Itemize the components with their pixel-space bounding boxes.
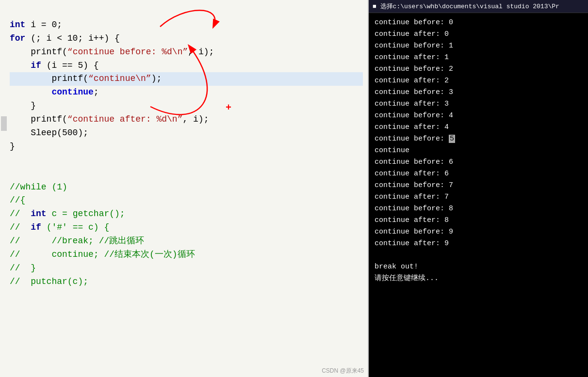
terminal-line-19: continue before: 9 bbox=[375, 226, 582, 238]
terminal-line-13: continue before: 6 bbox=[375, 157, 582, 168]
terminal-line-empty bbox=[375, 250, 582, 261]
line-comment2: //{ bbox=[10, 195, 25, 205]
terminal-line-4: continue after: 1 bbox=[375, 52, 582, 63]
terminal-line-10: continue after: 4 bbox=[375, 122, 582, 133]
terminal-line-press: 请按任意键继续... bbox=[375, 273, 582, 284]
line-2: for (; i < 10; i++) { bbox=[10, 33, 120, 43]
terminal-panel: ■ 选择c:\users\whb\documents\visual studio… bbox=[369, 0, 588, 377]
line-1: int i = 0; bbox=[10, 20, 62, 30]
line-8: printf(“continue after: %d\n”, i); bbox=[10, 114, 209, 124]
terminal-title-bar: ■ 选择c:\users\whb\documents\visual studio… bbox=[369, 0, 588, 13]
csdn-watermark: CSDN @原来45 bbox=[322, 367, 364, 375]
terminal-line-1: continue before: 0 bbox=[375, 17, 582, 29]
terminal-line-11: continue before: 5 bbox=[375, 133, 582, 145]
line-empty1 bbox=[10, 155, 15, 165]
line-comment3: // int c = getchar(); bbox=[10, 209, 125, 219]
highlight-5: 5 bbox=[449, 135, 455, 143]
terminal-line-20: continue after: 9 bbox=[375, 238, 582, 250]
line-comment8: // putchar(c); bbox=[10, 277, 88, 286]
terminal-line-2: continue after: 0 bbox=[375, 29, 582, 40]
terminal-line-18: continue after: 8 bbox=[375, 215, 582, 226]
line-comment6: // continue; //结束本次(一次)循环 bbox=[10, 250, 195, 259]
terminal-line-8: continue after: 3 bbox=[375, 98, 582, 110]
line-9: Sleep(500); bbox=[10, 128, 88, 138]
terminal-line-6: continue after: 2 bbox=[375, 75, 582, 87]
code-content: int i = 0; for (; i < 10; i++) { printf(… bbox=[10, 5, 363, 302]
terminal-line-14: continue after: 6 bbox=[375, 168, 582, 180]
line-comment5: // //break; //跳出循环 bbox=[10, 236, 144, 246]
terminal-line-17: continue before: 8 bbox=[375, 203, 582, 215]
terminal-line-15: continue before: 7 bbox=[375, 180, 582, 191]
terminal-line-3: continue before: 1 bbox=[375, 40, 582, 52]
terminal-line-7: continue before: 3 bbox=[375, 87, 582, 98]
line-10: } bbox=[10, 141, 15, 151]
line-5: printf(“continue\n”); bbox=[10, 72, 363, 86]
terminal-line-16: continue after: 7 bbox=[375, 191, 582, 203]
line-6: continue; bbox=[10, 87, 99, 97]
line-comment7: // } bbox=[10, 263, 36, 273]
terminal-line-9: continue before: 4 bbox=[375, 110, 582, 122]
terminal-line-break: break out! bbox=[375, 261, 582, 273]
terminal-output: continue before: 0 continue after: 0 con… bbox=[369, 13, 588, 377]
terminal-line-12: continue bbox=[375, 145, 582, 157]
terminal-line-5: continue before: 2 bbox=[375, 63, 582, 75]
line-7: } bbox=[10, 101, 36, 110]
line-empty2 bbox=[10, 169, 15, 178]
line-comment4: // if ('#' == c) { bbox=[10, 222, 109, 232]
line-comment1: //while (1) bbox=[10, 182, 67, 192]
code-panel: int i = 0; for (; i < 10; i++) { printf(… bbox=[0, 0, 369, 377]
line-4: if (i == 5) { bbox=[10, 61, 99, 70]
line-3: printf(“continue before: %d\n”, i); bbox=[10, 47, 214, 57]
left-bar bbox=[1, 116, 7, 131]
